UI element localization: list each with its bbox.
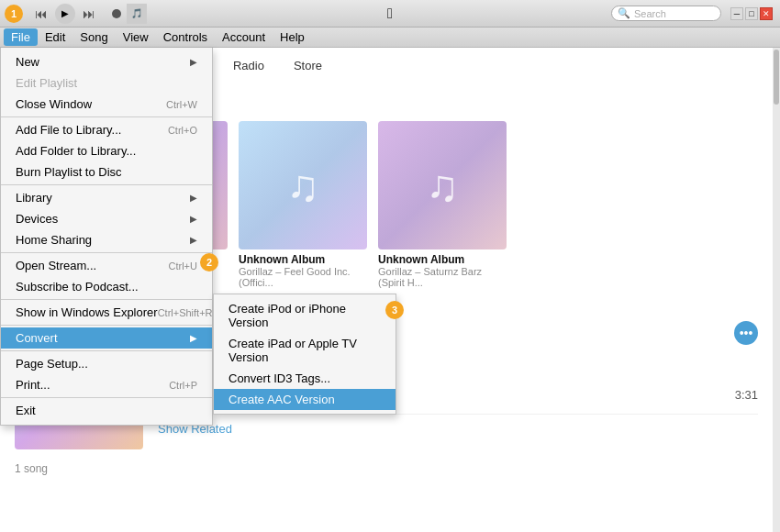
ipad-appletv-label: Create iPad or Apple TV Version bbox=[228, 337, 357, 364]
file-dropdown: New ▶ Edit Playlist Close Window Ctrl+W … bbox=[0, 48, 213, 426]
menu-page-setup[interactable]: Page Setup... bbox=[1, 353, 212, 374]
burn-playlist-label: Burn Playlist to Disc bbox=[16, 165, 122, 179]
album-subtitle-2: Gorillaz – Feel Good Inc. (Offici... bbox=[239, 266, 367, 288]
play-button[interactable]: ▶ bbox=[55, 4, 75, 24]
song-count: 1 song bbox=[0, 459, 773, 479]
add-file-shortcut: Ctrl+O bbox=[168, 125, 197, 136]
close-window-label: Close Window bbox=[16, 97, 92, 111]
submenu-ipad-appletv[interactable]: Create iPad or Apple TV Version bbox=[214, 333, 396, 368]
close-window-shortcut: Ctrl+W bbox=[166, 99, 197, 110]
search-icon: 🔍 bbox=[618, 7, 630, 19]
scrollbar-thumb[interactable] bbox=[774, 50, 779, 105]
menu-show-windows-explorer[interactable]: Show in Windows Explorer Ctrl+Shift+R bbox=[1, 302, 212, 323]
convert-label: Convert bbox=[16, 331, 58, 345]
menu-view[interactable]: View bbox=[116, 28, 156, 46]
menu-close-window[interactable]: Close Window Ctrl+W bbox=[1, 94, 212, 115]
music-note-icon-2: ♫ bbox=[239, 121, 367, 249]
title-bar: ⏮ ▶ ⏭ 🎵  🔍 Search ─ □ ✕ bbox=[0, 0, 780, 28]
separator-4 bbox=[1, 299, 212, 300]
show-related-link[interactable]: Show Related bbox=[158, 422, 758, 436]
menu-home-sharing[interactable]: Home Sharing ▶ bbox=[1, 229, 212, 250]
restore-button[interactable]: □ bbox=[745, 7, 758, 20]
menu-burn-playlist[interactable]: Burn Playlist to Disc bbox=[1, 161, 212, 183]
menu-convert[interactable]: Convert ▶ bbox=[1, 327, 212, 349]
menu-add-folder[interactable]: Add Folder to Library... bbox=[1, 140, 212, 161]
show-windows-explorer-label: Show in Windows Explorer bbox=[16, 305, 158, 319]
main-area: New ▶ Edit Playlist Close Window Ctrl+W … bbox=[0, 48, 780, 532]
menu-edit[interactable]: Edit bbox=[38, 28, 72, 46]
separator-5 bbox=[1, 325, 212, 326]
menu-account[interactable]: Account bbox=[215, 28, 273, 46]
library-arrow-icon: ▶ bbox=[190, 193, 197, 203]
album-title-3: Unknown Album bbox=[378, 253, 507, 266]
album-art-button[interactable]: 🎵 bbox=[127, 4, 147, 24]
add-folder-label: Add Folder to Library... bbox=[16, 144, 136, 158]
menu-edit-playlist: Edit Playlist bbox=[1, 72, 212, 94]
menu-help[interactable]: Help bbox=[273, 28, 312, 46]
menu-devices[interactable]: Devices ▶ bbox=[1, 208, 212, 229]
new-arrow-icon: ▶ bbox=[190, 57, 197, 67]
create-aac-label: Create AAC Version bbox=[228, 393, 335, 406]
menu-open-stream[interactable]: Open Stream... Ctrl+U bbox=[1, 255, 212, 276]
menu-add-file[interactable]: Add File to Library... Ctrl+O bbox=[1, 119, 212, 140]
window-controls: 🔍 Search ─ □ ✕ bbox=[611, 6, 773, 21]
menu-library[interactable]: Library ▶ bbox=[1, 187, 212, 208]
exit-label: Exit bbox=[16, 404, 36, 417]
separator-6 bbox=[1, 350, 212, 351]
print-shortcut: Ctrl+P bbox=[169, 380, 197, 391]
search-placeholder: Search bbox=[634, 8, 666, 19]
menu-bar: File Edit Song View Controls Account Hel… bbox=[0, 28, 780, 48]
print-label: Print... bbox=[16, 378, 50, 392]
scrollbar[interactable] bbox=[773, 48, 780, 532]
submenu-convert-id3[interactable]: Convert ID3 Tags... bbox=[214, 368, 396, 389]
separator-1 bbox=[1, 116, 212, 117]
edit-playlist-label: Edit Playlist bbox=[16, 76, 77, 90]
tab-radio[interactable]: Radio bbox=[220, 55, 277, 76]
separator-7 bbox=[1, 397, 212, 398]
devices-label: Devices bbox=[16, 212, 58, 226]
convert-submenu: Create iPod or iPhone Version Create iPa… bbox=[213, 294, 396, 415]
ipod-iphone-label: Create iPod or iPhone Version bbox=[228, 302, 346, 329]
menu-file[interactable]: File bbox=[4, 28, 38, 46]
home-sharing-arrow-icon: ▶ bbox=[190, 235, 197, 245]
menu-controls[interactable]: Controls bbox=[156, 28, 215, 46]
submenu-ipod-iphone[interactable]: Create iPod or iPhone Version bbox=[214, 298, 396, 333]
library-label: Library bbox=[16, 191, 52, 205]
subscribe-podcast-label: Subscribe to Podcast... bbox=[16, 280, 139, 294]
separator-3 bbox=[1, 252, 212, 253]
page-setup-label: Page Setup... bbox=[16, 357, 88, 371]
menu-new[interactable]: New ▶ bbox=[1, 51, 212, 72]
close-button[interactable]: ✕ bbox=[760, 7, 773, 20]
prev-button[interactable]: ⏮ bbox=[33, 6, 50, 21]
submenu-create-aac[interactable]: Create AAC Version bbox=[214, 389, 396, 410]
search-box[interactable]: 🔍 Search bbox=[611, 6, 721, 21]
minimize-button[interactable]: ─ bbox=[730, 7, 743, 20]
album-title-2: Unknown Album bbox=[239, 253, 367, 266]
menu-new-label: New bbox=[16, 55, 39, 69]
convert-arrow-icon: ▶ bbox=[190, 333, 197, 343]
album-subtitle-3: Gorillaz – Saturnz Barz (Spirit H... bbox=[378, 266, 507, 288]
apple-logo:  bbox=[387, 6, 393, 22]
open-stream-label: Open Stream... bbox=[16, 259, 96, 272]
album-card-2[interactable]: ♫ Unknown Album Gorillaz – Feel Good Inc… bbox=[239, 121, 367, 288]
step-badge-3: 3 bbox=[385, 301, 404, 319]
menu-print[interactable]: Print... Ctrl+P bbox=[1, 374, 212, 395]
step-badge-1: 1 bbox=[5, 5, 23, 23]
separator-2 bbox=[1, 184, 212, 185]
more-button[interactable]: ••• bbox=[734, 321, 758, 345]
add-file-label: Add File to Library... bbox=[16, 123, 121, 137]
music-note-icon-3: ♫ bbox=[378, 121, 507, 249]
home-sharing-label: Home Sharing bbox=[16, 233, 92, 247]
menu-song[interactable]: Song bbox=[72, 28, 115, 46]
show-windows-explorer-shortcut: Ctrl+Shift+R bbox=[158, 307, 213, 318]
track-duration: 3:31 bbox=[735, 388, 758, 402]
tab-store[interactable]: Store bbox=[281, 55, 335, 76]
next-button[interactable]: ⏭ bbox=[81, 6, 97, 21]
convert-id3-label: Convert ID3 Tags... bbox=[228, 371, 330, 385]
step-badge-2: 2 bbox=[200, 253, 218, 272]
album-card-3[interactable]: ♫ Unknown Album Gorillaz – Saturnz Barz … bbox=[378, 121, 507, 288]
open-stream-shortcut: Ctrl+U bbox=[169, 260, 197, 272]
menu-exit[interactable]: Exit bbox=[1, 400, 212, 421]
menu-subscribe-podcast[interactable]: Subscribe to Podcast... bbox=[1, 276, 212, 297]
devices-arrow-icon: ▶ bbox=[190, 214, 197, 224]
